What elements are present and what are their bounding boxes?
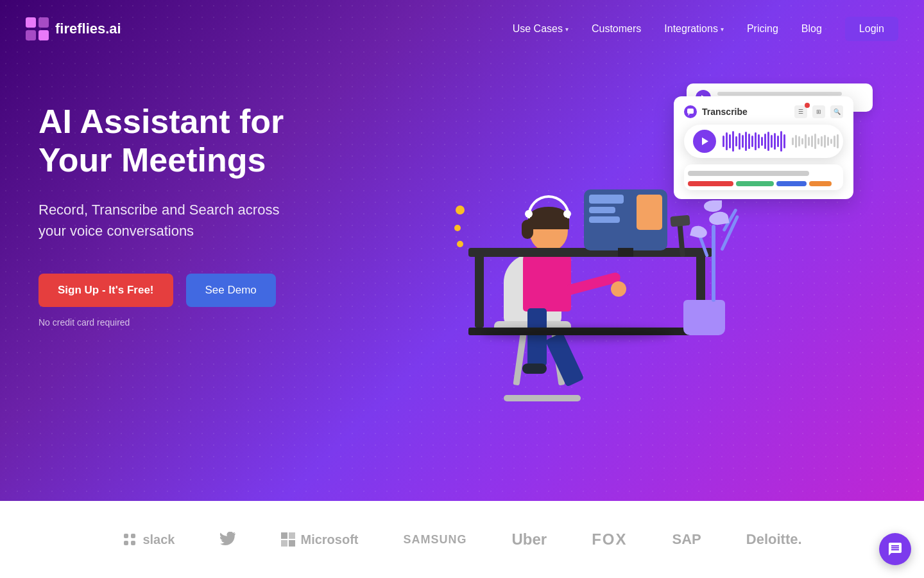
logo-link[interactable]: fireflies.ai bbox=[26, 17, 121, 40]
hero-title: AI Assistant for Your Meetings bbox=[38, 103, 284, 180]
hero-buttons: Sign Up - It's Free! See Demo bbox=[38, 274, 284, 307]
logo-sap: SAP bbox=[672, 531, 701, 548]
t-icon-2: ⊞ bbox=[812, 105, 825, 118]
chat-bubbles-left bbox=[589, 195, 633, 245]
t-icon-3: 🔍 bbox=[830, 105, 843, 118]
desk-leg-left bbox=[475, 254, 484, 328]
microsoft-icon bbox=[281, 532, 295, 547]
waveform-bars-inactive bbox=[792, 134, 839, 149]
headphone-right-cup bbox=[563, 210, 571, 218]
plant-leaf-2 bbox=[690, 224, 708, 240]
plant-pot bbox=[683, 300, 725, 335]
chat-line-1 bbox=[589, 195, 624, 204]
waveform-bars-active bbox=[723, 131, 785, 152]
svg-rect-11 bbox=[289, 532, 295, 539]
yellow-dot-2 bbox=[454, 225, 461, 231]
chair-base bbox=[504, 395, 581, 401]
plant-stem-main bbox=[712, 225, 715, 302]
login-button[interactable]: Login bbox=[845, 17, 898, 41]
progress-segment-blue bbox=[776, 181, 807, 186]
progress-segment-green bbox=[736, 181, 774, 186]
no-credit-text: No credit card required bbox=[38, 317, 284, 328]
video-person-thumbnail bbox=[637, 195, 662, 230]
shoe-left bbox=[522, 363, 547, 374]
chat-line-3 bbox=[589, 216, 620, 223]
monitor-screen bbox=[584, 189, 667, 250]
nav-links: Use Cases ▾ Customers Integrations ▾ Pri… bbox=[513, 17, 898, 41]
transcribe-action-icons: ☰ ⊞ 🔍 bbox=[794, 105, 843, 118]
twitter-icon bbox=[219, 532, 236, 547]
progress-segment-orange bbox=[809, 181, 832, 186]
svg-rect-3 bbox=[38, 30, 49, 40]
logo-twitter bbox=[219, 532, 236, 547]
svg-marker-5 bbox=[688, 114, 690, 116]
navbar: fireflies.ai Use Cases ▾ Customers Integ… bbox=[0, 0, 924, 58]
svg-rect-2 bbox=[26, 30, 36, 40]
chat-support-icon bbox=[887, 541, 903, 557]
svg-rect-12 bbox=[281, 540, 287, 547]
person-ponytail bbox=[522, 220, 533, 239]
svg-rect-7 bbox=[131, 534, 135, 538]
svg-rect-8 bbox=[124, 541, 128, 545]
nav-use-cases[interactable]: Use Cases ▾ bbox=[513, 23, 569, 35]
demo-button[interactable]: See Demo bbox=[186, 274, 276, 307]
chat-support-bubble[interactable] bbox=[879, 533, 911, 565]
svg-rect-13 bbox=[289, 540, 295, 547]
svg-rect-1 bbox=[38, 17, 49, 28]
hero-subtitle: Record, Transcribe and Search acrossyour… bbox=[38, 199, 284, 241]
transcribe-label: Transcribe bbox=[702, 107, 748, 117]
logo-slack: slack bbox=[122, 532, 175, 547]
person-hand bbox=[611, 281, 626, 297]
chair-leg-left bbox=[513, 334, 526, 386]
svg-rect-4 bbox=[687, 109, 694, 114]
svg-rect-9 bbox=[131, 541, 135, 545]
chat-line-2 bbox=[589, 207, 615, 213]
headphone-left-cup bbox=[525, 210, 533, 218]
lamp-shade bbox=[670, 215, 690, 227]
floor-shadow bbox=[481, 328, 674, 340]
transcribe-card-area: Transcribe ☰ ⊞ 🔍 bbox=[687, 77, 873, 112]
plant-leaf-3 bbox=[704, 200, 722, 212]
logo-microsoft: Microsoft bbox=[281, 532, 358, 547]
nav-integrations[interactable]: Integrations ▾ bbox=[664, 23, 724, 35]
small-line-1 bbox=[717, 92, 842, 96]
chat-icon bbox=[684, 105, 697, 118]
nav-pricing[interactable]: Pricing bbox=[747, 23, 778, 35]
illustration: Transcribe ☰ ⊞ 🔍 bbox=[449, 64, 886, 450]
yellow-dot-1 bbox=[456, 206, 465, 215]
logo-deloitte: Deloitte. bbox=[746, 531, 802, 548]
logo-icon bbox=[26, 17, 49, 40]
integrations-chevron: ▾ bbox=[721, 26, 724, 33]
svg-rect-0 bbox=[26, 17, 36, 28]
logos-strip: slack Microsoft SAMSUNG Uber FOX SAP Del… bbox=[0, 501, 924, 578]
yellow-dot-3 bbox=[457, 241, 463, 247]
slack-icon bbox=[122, 532, 137, 547]
character-area bbox=[468, 128, 725, 450]
logo-uber: Uber bbox=[512, 530, 547, 548]
logo-text: fireflies.ai bbox=[55, 21, 121, 37]
hero-section: fireflies.ai Use Cases ▾ Customers Integ… bbox=[0, 0, 924, 501]
red-notification-dot bbox=[805, 103, 810, 108]
signup-button[interactable]: Sign Up - It's Free! bbox=[38, 274, 173, 307]
person-body bbox=[523, 247, 571, 311]
nav-blog[interactable]: Blog bbox=[801, 23, 822, 35]
use-cases-chevron: ▾ bbox=[565, 26, 569, 33]
monitor-stand bbox=[618, 248, 633, 257]
svg-rect-10 bbox=[281, 532, 287, 539]
hero-content: AI Assistant for Your Meetings Record, T… bbox=[38, 103, 284, 328]
logo-fox: FOX bbox=[592, 530, 627, 548]
person-leg-right bbox=[545, 332, 585, 387]
svg-rect-6 bbox=[124, 534, 128, 538]
logo-samsung: SAMSUNG bbox=[403, 533, 466, 547]
nav-customers[interactable]: Customers bbox=[592, 23, 641, 35]
